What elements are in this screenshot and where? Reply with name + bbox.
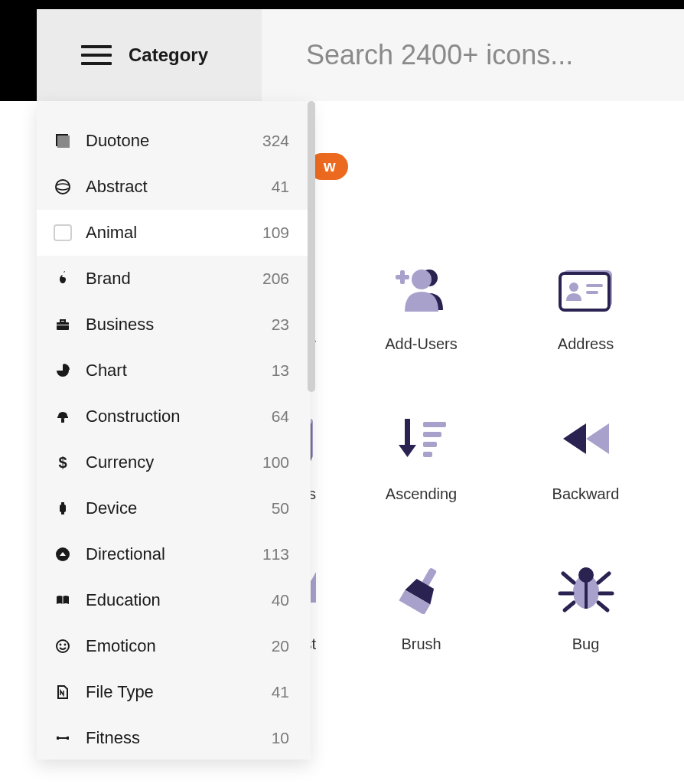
sidebar-item-business[interactable]: Business 23 xyxy=(37,302,311,348)
icon-cell-brush[interactable]: Brush xyxy=(362,564,480,653)
svg-point-26 xyxy=(56,180,70,194)
address-icon xyxy=(555,264,617,314)
left-black-bar xyxy=(0,0,37,101)
icon-label: Brush xyxy=(401,635,441,653)
directional-icon xyxy=(54,545,72,564)
sidebar-list: Duotone 324 Abstract 41 Animal 109 Brand xyxy=(37,101,311,760)
sidebar-item-chart[interactable]: Chart 13 xyxy=(37,348,311,394)
hamburger-icon[interactable] xyxy=(81,45,112,65)
icon-cell-address[interactable]: Address xyxy=(526,264,645,353)
sidebar-item-count: 20 xyxy=(272,637,289,655)
category-label: Category xyxy=(129,44,208,66)
animal-icon xyxy=(54,224,72,241)
svg-rect-23 xyxy=(585,578,588,609)
sidebar-item-filetype[interactable]: File Type 41 xyxy=(37,669,311,715)
sidebar-item-name: Fitness xyxy=(86,728,272,748)
svg-rect-32 xyxy=(61,419,64,423)
sidebar-item-name: Device xyxy=(86,498,272,518)
sidebar-item-currency[interactable]: $ Currency 100 xyxy=(37,439,311,485)
sidebar-item-animal[interactable]: Animal 109 xyxy=(37,210,311,256)
svg-rect-28 xyxy=(60,320,65,322)
sidebar-item-brand[interactable]: Brand 206 xyxy=(37,256,311,302)
bug-icon xyxy=(555,564,617,614)
svg-rect-42 xyxy=(67,737,69,740)
svg-rect-34 xyxy=(61,502,64,505)
brand-icon xyxy=(54,270,72,288)
chart-icon xyxy=(54,361,72,380)
svg-point-39 xyxy=(60,644,62,646)
svg-rect-15 xyxy=(423,432,441,437)
svg-point-38 xyxy=(57,640,69,652)
sidebar-item-count: 64 xyxy=(272,407,289,426)
sidebar-item-count: 10 xyxy=(272,729,289,747)
sidebar-item-directional[interactable]: Directional 113 xyxy=(37,531,311,577)
icon-grid: bility Add-Users xyxy=(268,264,684,714)
sidebar-item-name: Directional xyxy=(86,544,262,564)
icon-row: es Ascending xyxy=(268,414,684,503)
ascending-icon xyxy=(391,414,452,464)
sidebar-item-count: 13 xyxy=(272,361,289,380)
category-header[interactable]: Category xyxy=(37,9,262,101)
sidebar-scroll[interactable]: Duotone 324 Abstract 41 Animal 109 Brand xyxy=(37,101,311,760)
sidebar-item-count: 206 xyxy=(262,270,289,288)
abstract-icon xyxy=(54,178,72,196)
sidebar-item-emoticon[interactable]: Emoticon 20 xyxy=(37,623,311,669)
device-icon xyxy=(54,499,72,518)
duotone-icon xyxy=(54,132,72,150)
sidebar-item-name: Abstract xyxy=(86,177,272,197)
svg-point-8 xyxy=(569,283,578,292)
icon-cell-backward[interactable]: Backward xyxy=(526,414,645,503)
svg-rect-29 xyxy=(57,325,69,325)
icon-label: Bug xyxy=(572,635,600,653)
sidebar-item-name: Construction xyxy=(86,407,272,426)
sidebar-item-count: 113 xyxy=(262,545,289,564)
sidebar-item-count: 324 xyxy=(262,132,289,150)
svg-rect-17 xyxy=(423,452,432,457)
icon-row: ast Brush xyxy=(268,564,684,653)
search-bar[interactable] xyxy=(262,9,684,101)
svg-rect-9 xyxy=(586,284,603,287)
sidebar-item-count: 100 xyxy=(262,453,289,472)
backward-icon xyxy=(555,414,617,464)
emoticon-icon xyxy=(54,637,72,655)
sidebar-item-construction[interactable]: Construction 64 xyxy=(37,394,311,439)
svg-rect-7 xyxy=(560,273,609,310)
sidebar-item-device[interactable]: Device 50 xyxy=(37,485,311,531)
sidebar-item-name: Animal xyxy=(86,223,262,243)
education-icon xyxy=(54,591,72,609)
svg-rect-43 xyxy=(59,737,67,739)
icon-label: Ascending xyxy=(386,485,457,503)
add-users-icon xyxy=(391,264,452,314)
sidebar-item-duotone[interactable]: Duotone 324 xyxy=(37,118,311,164)
sidebar-item-name: File Type xyxy=(86,682,272,702)
fitness-icon xyxy=(54,729,72,747)
svg-rect-25 xyxy=(57,136,70,148)
sidebar-item-name: Education xyxy=(86,590,272,610)
icon-label: Address xyxy=(558,335,614,353)
sidebar-item-education[interactable]: Education 40 xyxy=(37,577,311,623)
sidebar-item-abstract[interactable]: Abstract 41 xyxy=(37,164,311,210)
sidebar-item-name: Duotone xyxy=(86,131,262,151)
sidebar-item-count: 23 xyxy=(272,315,289,334)
scrollbar-thumb[interactable] xyxy=(308,101,315,392)
icon-cell-add-users[interactable]: Add-Users xyxy=(362,264,480,353)
icon-label: Backward xyxy=(552,485,620,503)
svg-rect-14 xyxy=(423,422,446,427)
svg-point-40 xyxy=(64,644,67,646)
icon-row: bility Add-Users xyxy=(268,264,684,353)
svg-rect-27 xyxy=(57,322,69,330)
icon-cell-bug[interactable]: Bug xyxy=(526,564,645,653)
icon-label: Add-Users xyxy=(385,335,457,353)
brush-icon xyxy=(391,564,452,614)
icon-cell-ascending[interactable]: Ascending xyxy=(362,414,480,503)
sidebar-item-name: Business xyxy=(86,315,272,335)
svg-rect-5 xyxy=(400,270,405,284)
svg-rect-16 xyxy=(423,442,437,447)
sidebar-item-count: 41 xyxy=(272,683,289,701)
currency-icon: $ xyxy=(54,453,72,472)
sidebar-item-name: Chart xyxy=(86,361,272,381)
sidebar-item-fitness[interactable]: Fitness 10 xyxy=(37,715,311,760)
svg-rect-41 xyxy=(57,737,59,740)
search-input[interactable] xyxy=(306,39,684,71)
sidebar-item-count: 50 xyxy=(272,499,289,518)
